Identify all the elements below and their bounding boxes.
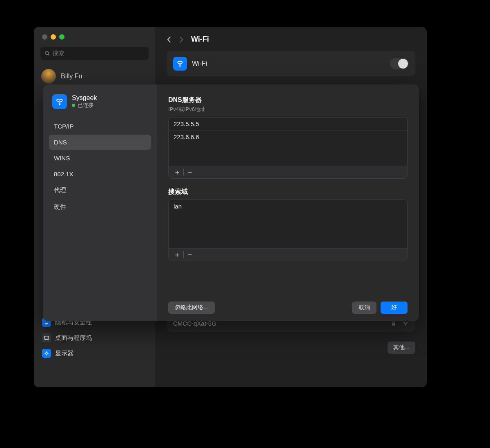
tab-tcpip[interactable]: TCP/IP bbox=[49, 119, 151, 134]
network-details-dialog: Sysgeek 已连接 TCP/IP DNS WINS 802.1X 代理 硬件… bbox=[43, 84, 419, 321]
search-placeholder: 搜索 bbox=[53, 50, 64, 57]
wifi-icon bbox=[52, 94, 67, 109]
search-icon bbox=[45, 51, 50, 56]
add-dns-button[interactable]: ＋ bbox=[173, 167, 182, 177]
dns-servers-list: 223.5.5.5 223.6.6.6 ＋ − bbox=[168, 117, 408, 179]
dialog-footer: 忽略此网络... 取消 好 bbox=[168, 296, 408, 314]
dns-servers-title: DNS服务器 bbox=[168, 96, 408, 104]
svg-rect-2 bbox=[45, 336, 49, 339]
svg-point-4 bbox=[46, 353, 48, 355]
lock-icon bbox=[391, 321, 396, 326]
remove-domain-button[interactable]: − bbox=[185, 251, 194, 259]
search-domains-list: lan ＋ − bbox=[168, 200, 408, 261]
dialog-tabs: TCP/IP DNS WINS 802.1X 代理 硬件 bbox=[49, 119, 151, 215]
wifi-signal-icon bbox=[402, 321, 409, 326]
svg-point-0 bbox=[45, 51, 49, 55]
search-domains-title: 搜索域 bbox=[168, 188, 408, 196]
apple-id-row[interactable]: Billy Fu bbox=[34, 67, 155, 86]
other-networks-button[interactable]: 其他... bbox=[388, 342, 415, 354]
desktop-icon bbox=[42, 333, 51, 342]
sidebar-list: 隐私与安全性 桌面与程序坞 显示器 bbox=[34, 315, 155, 361]
svg-line-1 bbox=[48, 54, 49, 55]
forward-button[interactable] bbox=[179, 36, 184, 43]
user-name: Billy Fu bbox=[61, 73, 82, 80]
wifi-toggle-panel: Wi-Fi bbox=[167, 51, 415, 76]
sidebar-item-desktop[interactable]: 桌面与程序坞 bbox=[38, 330, 151, 346]
close-window-button[interactable] bbox=[42, 34, 47, 40]
search-input[interactable]: 搜索 bbox=[40, 47, 149, 60]
window-controls bbox=[34, 34, 155, 40]
tab-8021x[interactable]: 802.1X bbox=[49, 166, 151, 182]
svg-point-9 bbox=[405, 324, 406, 325]
main-header: Wi-Fi bbox=[167, 35, 415, 44]
tab-proxy[interactable]: 代理 bbox=[49, 182, 151, 198]
network-name: Sysgeek bbox=[72, 94, 97, 102]
status-dot-icon bbox=[72, 104, 75, 107]
network-header: Sysgeek 已连接 bbox=[49, 94, 151, 115]
forget-network-button[interactable]: 忽略此网络... bbox=[168, 302, 215, 314]
add-domain-button[interactable]: ＋ bbox=[173, 250, 182, 259]
cancel-button[interactable]: 取消 bbox=[352, 302, 376, 314]
dialog-sidebar: Sysgeek 已连接 TCP/IP DNS WINS 802.1X 代理 硬件 bbox=[43, 84, 157, 321]
ok-button[interactable]: 好 bbox=[381, 302, 408, 314]
minimize-window-button[interactable] bbox=[51, 34, 56, 40]
tab-wins[interactable]: WINS bbox=[49, 151, 151, 166]
dns-servers-subtitle: IPv4或IPv6地址 bbox=[168, 106, 408, 113]
tab-dns[interactable]: DNS bbox=[49, 135, 151, 150]
remove-dns-button[interactable]: − bbox=[185, 168, 194, 177]
tab-hardware[interactable]: 硬件 bbox=[49, 199, 151, 215]
display-icon bbox=[42, 349, 51, 358]
zoom-window-button[interactable] bbox=[59, 34, 65, 40]
dns-list-footer: ＋ − bbox=[169, 166, 407, 178]
avatar bbox=[41, 69, 56, 84]
wifi-toggle[interactable] bbox=[390, 58, 409, 69]
wifi-label: Wi-Fi bbox=[192, 60, 207, 67]
wifi-icon bbox=[173, 57, 187, 71]
svg-rect-8 bbox=[392, 323, 395, 325]
svg-point-10 bbox=[59, 104, 60, 104]
dns-server-row[interactable]: 223.5.5.5 bbox=[169, 118, 407, 131]
network-status: 已连接 bbox=[72, 102, 97, 109]
sidebar-item-display[interactable]: 显示器 bbox=[38, 346, 151, 361]
dns-server-row[interactable]: 223.6.6.6 bbox=[169, 131, 407, 143]
page-title: Wi-Fi bbox=[191, 35, 209, 44]
sidebar-item-label: 显示器 bbox=[55, 350, 74, 357]
domains-list-footer: ＋ − bbox=[169, 248, 407, 261]
svg-point-5 bbox=[180, 66, 180, 67]
dialog-main: DNS服务器 IPv4或IPv6地址 223.5.5.5 223.6.6.6 ＋… bbox=[157, 84, 419, 321]
sidebar-item-label: 桌面与程序坞 bbox=[55, 334, 92, 342]
back-button[interactable] bbox=[167, 36, 172, 43]
search-domain-row[interactable]: lan bbox=[169, 200, 407, 213]
